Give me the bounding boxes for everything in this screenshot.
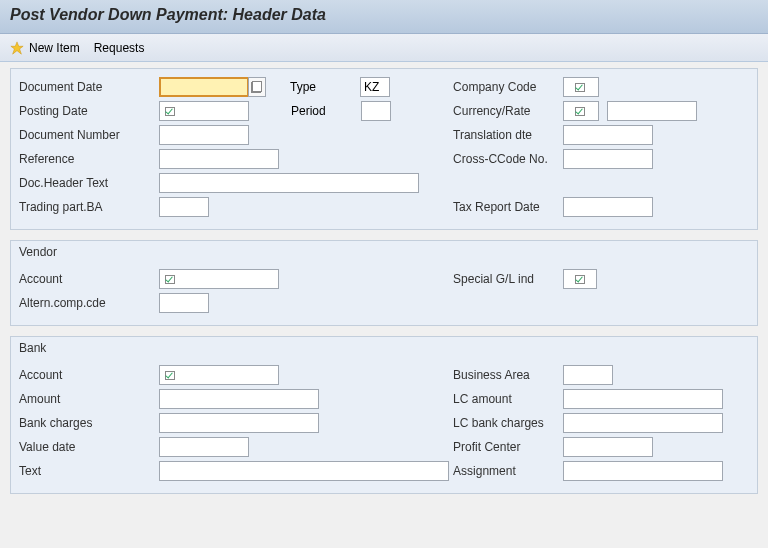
bank-account-input[interactable] — [159, 365, 279, 385]
tax-report-input[interactable] — [563, 197, 653, 217]
business-area-input[interactable] — [563, 365, 613, 385]
lc-bank-charges-label: LC bank charges — [453, 416, 563, 430]
type-input[interactable] — [360, 77, 390, 97]
rate-input[interactable] — [607, 101, 697, 121]
type-label: Type — [290, 80, 360, 94]
vendor-title: Vendor — [11, 241, 757, 265]
requests-label: Requests — [94, 41, 145, 55]
reference-input[interactable] — [159, 149, 279, 169]
main: Document Date Type Company Code Posting … — [0, 62, 768, 510]
company-code-input[interactable] — [563, 77, 599, 97]
svg-marker-0 — [11, 41, 23, 53]
amount-input[interactable] — [159, 389, 319, 409]
bank-charges-label: Bank charges — [19, 416, 159, 430]
trading-part-label: Trading part.BA — [19, 200, 159, 214]
page-title: Post Vendor Down Payment: Header Data — [10, 6, 758, 24]
doc-header-text-input[interactable] — [159, 173, 419, 193]
currency-rate-label: Currency/Rate — [453, 104, 563, 118]
bank-charges-input[interactable] — [159, 413, 319, 433]
doc-date-help-icon[interactable] — [248, 77, 266, 97]
cross-ccode-label: Cross-CCode No. — [453, 152, 563, 166]
posting-date-label: Posting Date — [19, 104, 159, 118]
altern-comp-label: Altern.comp.cde — [19, 296, 159, 310]
new-item-label: New Item — [29, 41, 80, 55]
text-input[interactable] — [159, 461, 449, 481]
amount-label: Amount — [19, 392, 159, 406]
bank-title: Bank — [11, 337, 757, 361]
posting-date-input[interactable] — [159, 101, 249, 121]
translation-dte-label: Translation dte — [453, 128, 563, 142]
assignment-label: Assignment — [453, 464, 563, 478]
doc-number-label: Document Number — [19, 128, 159, 142]
vendor-account-label: Account — [19, 272, 159, 286]
bank-account-label: Account — [19, 368, 159, 382]
doc-date-label: Document Date — [19, 80, 159, 94]
assignment-input[interactable] — [563, 461, 723, 481]
text-label: Text — [19, 464, 159, 478]
value-date-label: Value date — [19, 440, 159, 454]
translation-dte-input[interactable] — [563, 125, 653, 145]
new-item-icon — [10, 41, 24, 55]
tool-bar: New Item Requests — [0, 34, 768, 62]
tax-report-label: Tax Report Date — [453, 200, 563, 214]
doc-number-input[interactable] — [159, 125, 249, 145]
currency-input[interactable] — [563, 101, 599, 121]
special-gl-label: Special G/L ind — [453, 272, 563, 286]
reference-label: Reference — [19, 152, 159, 166]
vendor-account-input[interactable] — [159, 269, 279, 289]
cross-ccode-input[interactable] — [563, 149, 653, 169]
requests-button[interactable]: Requests — [94, 41, 145, 55]
doc-header-text-label: Doc.Header Text — [19, 176, 159, 190]
profit-center-input[interactable] — [563, 437, 653, 457]
period-label: Period — [291, 104, 361, 118]
altern-comp-input[interactable] — [159, 293, 209, 313]
title-bar: Post Vendor Down Payment: Header Data — [0, 0, 768, 34]
bank-block: Bank Account Business Area Amount — [10, 336, 758, 494]
profit-center-label: Profit Center — [453, 440, 563, 454]
new-item-button[interactable]: New Item — [10, 41, 80, 55]
lc-amount-label: LC amount — [453, 392, 563, 406]
doc-date-input[interactable] — [159, 77, 249, 97]
period-input[interactable] — [361, 101, 391, 121]
lc-amount-input[interactable] — [563, 389, 723, 409]
company-code-label: Company Code — [453, 80, 563, 94]
trading-part-input[interactable] — [159, 197, 209, 217]
lc-bank-charges-input[interactable] — [563, 413, 723, 433]
header-block: Document Date Type Company Code Posting … — [10, 68, 758, 230]
special-gl-input[interactable] — [563, 269, 597, 289]
vendor-block: Vendor Account Special G/L ind Altern.co… — [10, 240, 758, 326]
value-date-input[interactable] — [159, 437, 249, 457]
business-area-label: Business Area — [453, 368, 563, 382]
